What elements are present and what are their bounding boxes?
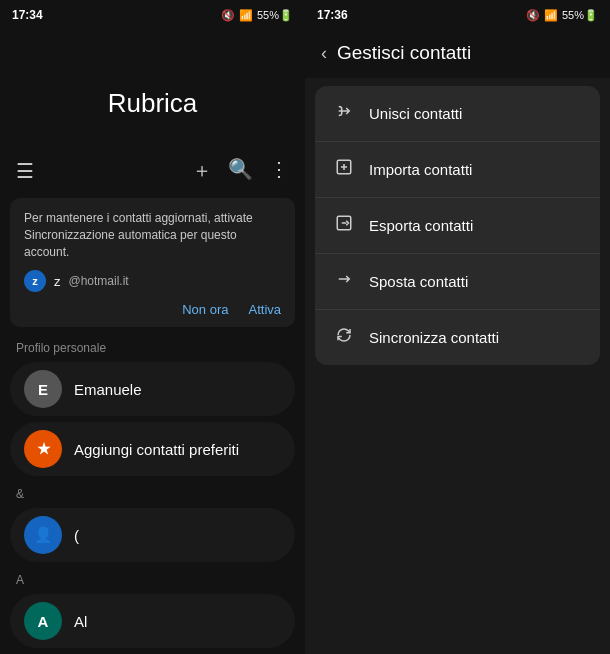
battery-text: 55%🔋: [257, 9, 293, 22]
menu-icon-4: [333, 326, 355, 349]
add-icon[interactable]: ＋: [192, 157, 212, 184]
sync-account-row: z z @hotmail.it: [24, 270, 281, 292]
right-battery-text: 55%🔋: [562, 9, 598, 22]
avatar-preferiti: ★: [24, 430, 62, 468]
mute-icon: 🔇: [221, 9, 235, 22]
menu-label-4: Sincronizza contatti: [369, 329, 499, 346]
right-signal-icon: 📶: [544, 9, 558, 22]
activate-button[interactable]: Attiva: [248, 302, 281, 317]
right-status-bar: 17:36 🔇 📶 55%🔋: [305, 0, 610, 28]
contact-parenthesis[interactable]: 👤 (: [10, 508, 295, 562]
left-panel: 17:34 🔇 📶 55%🔋 Rubrica ☰ ＋ 🔍 ⋮ Per mante…: [0, 0, 305, 654]
menu-list: Unisci contattiImporta contattiEsporta c…: [315, 86, 600, 365]
avatar-parenthesis: 👤: [24, 516, 62, 554]
section-ampersand-label: &: [0, 479, 305, 505]
toolbar: ☰ ＋ 🔍 ⋮: [0, 149, 305, 192]
sync-actions: Non ora Attiva: [24, 302, 281, 317]
contact-name-al: Al: [74, 613, 87, 630]
contact-emanuele[interactable]: E Emanuele: [10, 362, 295, 416]
menu-icon-0: [333, 102, 355, 125]
menu-icon-1: [333, 158, 355, 181]
contact-al[interactable]: A Al: [10, 594, 295, 648]
more-icon[interactable]: ⋮: [269, 157, 289, 184]
menu-item-0[interactable]: Unisci contatti: [315, 86, 600, 142]
contact-name-emanuele: Emanuele: [74, 381, 142, 398]
sync-card: Per mantenere i contatti aggiornati, att…: [10, 198, 295, 327]
account-letter: z: [32, 275, 38, 287]
section-a-label: A: [0, 565, 305, 591]
left-time: 17:34: [12, 8, 43, 22]
menu-label-0: Unisci contatti: [369, 105, 462, 122]
menu-icon-2: [333, 214, 355, 237]
left-status-icons: 🔇 📶 55%🔋: [221, 9, 293, 22]
avatar-al: A: [24, 602, 62, 640]
page-title: Rubrica: [0, 88, 305, 119]
menu-label-1: Importa contatti: [369, 161, 472, 178]
menu-item-4[interactable]: Sincronizza contatti: [315, 310, 600, 365]
hamburger-icon[interactable]: ☰: [16, 159, 34, 183]
contact-name-preferiti: Aggiungi contatti preferiti: [74, 441, 239, 458]
right-header: ‹ Gestisci contatti: [305, 28, 610, 78]
right-time: 17:36: [317, 8, 348, 22]
avatar-emanuele: E: [24, 370, 62, 408]
contact-preferiti[interactable]: ★ Aggiungi contatti preferiti: [10, 422, 295, 476]
menu-label-3: Sposta contatti: [369, 273, 468, 290]
right-panel-title: Gestisci contatti: [337, 42, 471, 64]
signal-icon: 📶: [239, 9, 253, 22]
search-icon[interactable]: 🔍: [228, 157, 253, 184]
toolbar-right: ＋ 🔍 ⋮: [192, 157, 289, 184]
account-icon: z: [24, 270, 46, 292]
sync-message: Per mantenere i contatti aggiornati, att…: [24, 210, 281, 260]
menu-item-3[interactable]: Sposta contatti: [315, 254, 600, 310]
back-icon[interactable]: ‹: [321, 43, 327, 64]
right-status-icons: 🔇 📶 55%🔋: [526, 9, 598, 22]
contact-name-parenthesis: (: [74, 527, 79, 544]
account-email: @hotmail.it: [69, 274, 129, 288]
menu-item-1[interactable]: Importa contatti: [315, 142, 600, 198]
menu-icon-3: [333, 270, 355, 293]
right-mute-icon: 🔇: [526, 9, 540, 22]
right-panel: 17:36 🔇 📶 55%🔋 ‹ Gestisci contatti Unisc…: [305, 0, 610, 654]
menu-label-2: Esporta contatti: [369, 217, 473, 234]
menu-item-2[interactable]: Esporta contatti: [315, 198, 600, 254]
section-personal-label: Profilo personale: [0, 333, 305, 359]
not-now-button[interactable]: Non ora: [182, 302, 228, 317]
left-status-bar: 17:34 🔇 📶 55%🔋: [0, 0, 305, 28]
account-z: z: [54, 274, 61, 289]
